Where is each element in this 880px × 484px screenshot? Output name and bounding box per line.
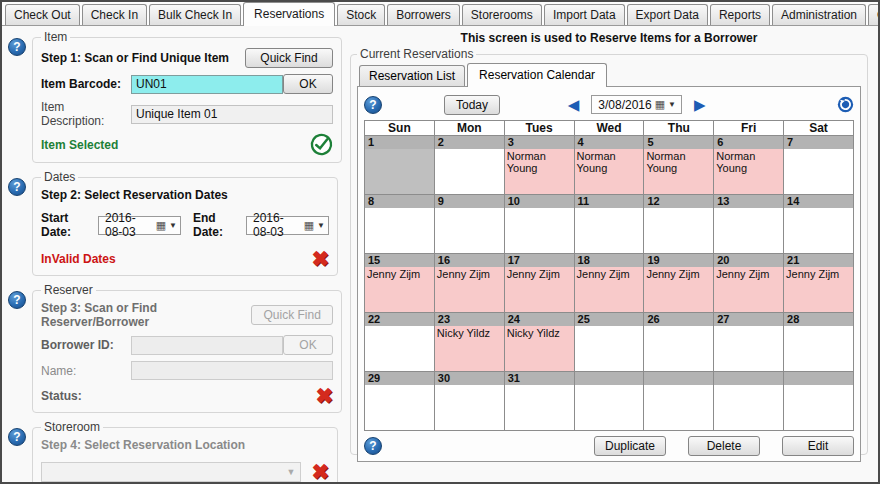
calendar-day-number: 15: [365, 254, 434, 267]
calendar-day-cell[interactable]: 14: [784, 195, 854, 254]
tab-export-data[interactable]: Export Data: [627, 4, 708, 25]
calendar-day-body: [644, 326, 713, 371]
delete-button[interactable]: Delete: [688, 436, 760, 456]
quick-find-item-button[interactable]: Quick Find: [245, 48, 333, 68]
help-icon[interactable]: ?: [364, 437, 382, 455]
calendar-day-number: [784, 372, 853, 385]
step2-row: ? Dates Step 2: Select Reservation Dates…: [2, 170, 348, 276]
calendar-day-number: 26: [644, 313, 713, 326]
calendar-day-body: [505, 385, 574, 430]
calendar-day-cell[interactable]: [644, 372, 714, 431]
duplicate-button[interactable]: Duplicate: [594, 436, 666, 456]
calendar-day-cell[interactable]: 22: [365, 313, 435, 372]
calendar-day-number: 31: [505, 372, 574, 385]
storeroom-combobox[interactable]: ▼: [41, 462, 301, 482]
calendar-day-cell[interactable]: 19Jenny Zijm: [644, 254, 714, 313]
calendar-day-cell[interactable]: 27: [714, 313, 784, 372]
next-day-arrow[interactable]: ▶: [690, 96, 710, 114]
help-icon[interactable]: ?: [8, 428, 26, 446]
refresh-icon[interactable]: [837, 96, 854, 113]
calendar-day-number: 11: [575, 195, 644, 208]
calendar-day-cell[interactable]: 29: [365, 372, 435, 431]
step1-title: Step 1: Scan or Find Unique Item: [41, 51, 229, 65]
calendar-day-body: [784, 208, 853, 253]
calendar-day-number: 29: [365, 372, 434, 385]
tab-reservation-calendar[interactable]: Reservation Calendar: [467, 63, 607, 87]
borrower-name-field: [131, 361, 333, 380]
today-button[interactable]: Today: [444, 95, 500, 115]
calendar-day-cell[interactable]: 12: [644, 195, 714, 254]
help-icon[interactable]: ?: [8, 178, 26, 196]
item-barcode-input[interactable]: [131, 75, 283, 94]
calendar-day-cell[interactable]: 18Jenny Zijm: [574, 254, 644, 313]
item-valid-check-icon: [310, 133, 333, 156]
tab-borrowers[interactable]: Borrowers: [387, 4, 460, 25]
calendar-day-cell[interactable]: 2: [434, 136, 504, 195]
calendar-day-cell[interactable]: 11: [574, 195, 644, 254]
borrower-invalid-x-icon: ✖: [315, 385, 333, 406]
calendar-day-cell[interactable]: 16Jenny Zijm: [434, 254, 504, 313]
end-date-picker[interactable]: 2016-08-03 ▦ ▼: [246, 216, 329, 235]
start-date-picker[interactable]: 2016-08-03 ▦ ▼: [98, 216, 181, 235]
calendar-day-cell[interactable]: 24Nicky Yildz: [504, 313, 574, 372]
calendar-day-cell[interactable]: 30: [434, 372, 504, 431]
tab-administration[interactable]: Administration: [772, 4, 866, 25]
calendar-day-cell[interactable]: 1: [365, 136, 435, 195]
calendar-day-number: 25: [575, 313, 644, 326]
calendar-day-cell[interactable]: 17Jenny Zijm: [504, 254, 574, 313]
edit-button[interactable]: Edit: [782, 436, 854, 456]
tab-reports[interactable]: Reports: [710, 4, 770, 25]
calendar-day-number: 24: [505, 313, 574, 326]
current-reservations-legend: Current Reservations: [357, 47, 476, 61]
calendar-day-header: Thu: [644, 121, 714, 136]
calendar-day-number: 17: [505, 254, 574, 267]
calendar-day-cell[interactable]: 21Jenny Zijm: [784, 254, 854, 313]
calendar-day-cell[interactable]: 3Norman Young: [504, 136, 574, 195]
calendar-day-cell[interactable]: 15Jenny Zijm: [365, 254, 435, 313]
help-icon[interactable]: ?: [8, 291, 26, 309]
calendar-day-body: [365, 326, 434, 371]
tab-check-out[interactable]: Check Out: [5, 4, 80, 25]
calendar-day-number: 12: [644, 195, 713, 208]
tab-check-in[interactable]: Check In: [82, 4, 147, 25]
calendar-day-cell[interactable]: 20Jenny Zijm: [714, 254, 784, 313]
tab-stock[interactable]: Stock: [337, 4, 385, 25]
calendar-day-cell[interactable]: 9: [434, 195, 504, 254]
calendar-day-cell[interactable]: 7: [784, 136, 854, 195]
calendar-day-cell[interactable]: 4Norman Young: [574, 136, 644, 195]
calendar-day-cell[interactable]: 5Norman Young: [644, 136, 714, 195]
help-icon[interactable]: ?: [8, 38, 26, 56]
calendar-day-cell[interactable]: 10: [504, 195, 574, 254]
reservation-entry: Norman Young: [644, 149, 713, 194]
calendar-day-number: 30: [435, 372, 504, 385]
borrower-ok-button[interactable]: OK: [283, 335, 333, 355]
tab-import-data[interactable]: Import Data: [544, 4, 625, 25]
dates-groupbox: Dates Step 2: Select Reservation Dates S…: [32, 170, 338, 276]
calendar-date-picker[interactable]: 3/08/2016 ▦ ▼: [591, 95, 682, 114]
previous-day-arrow[interactable]: ◀: [564, 96, 584, 114]
reservation-entry: Jenny Zijm: [714, 267, 783, 312]
calendar-day-cell[interactable]: 23Nicky Yildz: [434, 313, 504, 372]
calendar-day-cell[interactable]: [784, 372, 854, 431]
calendar-day-cell[interactable]: [574, 372, 644, 431]
tab-bulk-check-in[interactable]: Bulk Check In: [149, 4, 241, 25]
calendar-day-cell[interactable]: 8: [365, 195, 435, 254]
help-icon[interactable]: ?: [364, 96, 382, 114]
item-ok-button[interactable]: OK: [283, 74, 333, 94]
quick-find-borrower-button[interactable]: Quick Find: [251, 305, 333, 325]
calendar-day-cell[interactable]: 6Norman Young: [714, 136, 784, 195]
tab-reservations[interactable]: Reservations: [243, 2, 335, 26]
borrower-id-input[interactable]: [131, 336, 283, 355]
calendar-day-cell[interactable]: 13: [714, 195, 784, 254]
calendar-day-number: 28: [784, 313, 853, 326]
calendar-day-number: 21: [784, 254, 853, 267]
calendar-day-cell[interactable]: 26: [644, 313, 714, 372]
calendar-day-cell[interactable]: 31: [504, 372, 574, 431]
calendar-day-cell[interactable]: 28: [784, 313, 854, 372]
tab-reservation-list[interactable]: Reservation List: [359, 65, 465, 86]
calendar-day-cell[interactable]: 25: [574, 313, 644, 372]
calendar-day-cell[interactable]: [714, 372, 784, 431]
item-description-field: [131, 105, 333, 124]
tab-quick-start[interactable]: Quick Start: [868, 4, 880, 25]
tab-storerooms[interactable]: Storerooms: [462, 4, 542, 25]
